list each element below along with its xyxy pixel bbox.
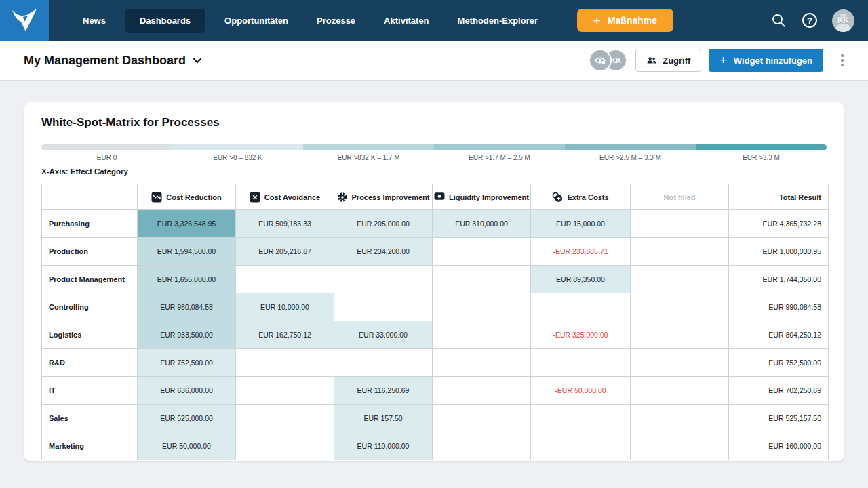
more-options-icon[interactable] bbox=[837, 50, 848, 70]
viewer-avatar[interactable] bbox=[590, 50, 610, 70]
x-square-icon bbox=[250, 192, 260, 203]
matrix-cell[interactable]: -EUR 50,000.00 bbox=[531, 377, 631, 405]
matrix-cell[interactable]: EUR 116,250.69 bbox=[334, 377, 433, 405]
matrix-cell bbox=[433, 321, 531, 349]
legend-segment bbox=[172, 144, 303, 150]
matrix-cell[interactable]: EUR 205,216.67 bbox=[236, 238, 334, 266]
matrix-cell[interactable]: EUR 1,800,030.95 bbox=[729, 238, 829, 266]
matrix-cell bbox=[433, 405, 531, 432]
matrix-cell[interactable]: EUR 509,183.33 bbox=[236, 210, 334, 238]
matrix-cell[interactable]: -EUR 233,885.71 bbox=[531, 238, 631, 266]
matrix-cell[interactable]: EUR 752,500.00 bbox=[729, 349, 829, 377]
row-label: IT bbox=[42, 377, 138, 405]
legend-segment bbox=[565, 144, 696, 150]
legend-labels: EUR 0EUR >0 – 832 KEUR >832 K – 1.7 MEUR… bbox=[41, 154, 827, 161]
row-label: Sales bbox=[42, 405, 138, 432]
top-nav-bar: NewsDashboardsOpportunitätenProzesseAkti… bbox=[0, 0, 868, 41]
nav-item-news[interactable]: News bbox=[73, 9, 115, 32]
matrix-cell[interactable]: EUR 525,157.50 bbox=[729, 405, 829, 432]
search-icon[interactable] bbox=[770, 12, 787, 29]
matrix-cell[interactable]: EUR 234,200.00 bbox=[334, 238, 433, 266]
app-logo[interactable] bbox=[0, 0, 49, 41]
matrix-cell[interactable]: EUR 702,250.69 bbox=[729, 377, 829, 405]
matrix-cell[interactable]: EUR 50,000.00 bbox=[138, 432, 236, 460]
matrix-cell[interactable]: EUR 1,594,500.00 bbox=[138, 238, 236, 266]
nav-item-methoden-explorer[interactable]: Methoden-Explorer bbox=[448, 9, 547, 32]
matrix-cell[interactable]: EUR 525,000.00 bbox=[138, 405, 236, 432]
matrix-row-product-management: Product ManagementEUR 1,655,000.00EUR 89… bbox=[42, 266, 829, 293]
main-nav: NewsDashboardsOpportunitätenProzesseAkti… bbox=[73, 9, 547, 33]
row-label: R&D bbox=[42, 349, 138, 377]
column-header-label: Not filled bbox=[663, 193, 695, 201]
matrix-cell[interactable]: EUR 10,000.00 bbox=[236, 293, 334, 321]
legend-label: EUR >832 K – 1.7 M bbox=[303, 154, 434, 161]
access-button[interactable]: Zugriff bbox=[635, 49, 701, 72]
matrix-cell[interactable]: EUR 110,000.00 bbox=[334, 432, 433, 460]
column-header-empty bbox=[42, 184, 138, 210]
matrix-cell[interactable]: EUR 310,000.00 bbox=[433, 210, 531, 238]
banknote-icon bbox=[434, 192, 445, 203]
matrix-cell[interactable]: EUR 15,000.00 bbox=[531, 210, 631, 238]
matrix-cell[interactable]: EUR 205,000.00 bbox=[334, 210, 433, 238]
dashboard-title-dropdown[interactable]: My Management Dashboard bbox=[24, 54, 202, 68]
column-header-liquidity-improvement: Liquidity Improvement bbox=[433, 184, 531, 210]
legend-label: EUR >2.5 M – 3.3 M bbox=[565, 154, 696, 161]
matrix-row-controlling: ControllingEUR 980,084.58EUR 10,000.00EU… bbox=[42, 293, 829, 321]
column-header-total-result: Total Result bbox=[729, 184, 829, 210]
matrix-cell[interactable]: EUR 980,084.58 bbox=[138, 293, 236, 321]
matrix-cell[interactable]: EUR 162,750.12 bbox=[236, 321, 334, 349]
nav-item-aktivit-ten[interactable]: Aktivitäten bbox=[374, 9, 438, 32]
matrix-row-sales: SalesEUR 525,000.00EUR 157.50EUR 525,157… bbox=[42, 405, 829, 432]
column-header-label: Process Improvement bbox=[352, 193, 430, 201]
matrix-cell[interactable]: EUR 4,365,732.28 bbox=[729, 210, 829, 238]
nav-item-prozesse[interactable]: Prozesse bbox=[307, 9, 365, 32]
legend-label: EUR >3.3 M bbox=[696, 154, 827, 161]
matrix-cell bbox=[433, 377, 531, 405]
matrix-cell[interactable]: EUR 160,000.00 bbox=[729, 432, 829, 460]
help-icon[interactable]: ? bbox=[801, 12, 818, 29]
nav-item-dashboards[interactable]: Dashboards bbox=[125, 9, 205, 33]
row-label: Controlling bbox=[42, 293, 138, 321]
add-widget-button[interactable]: + Widget hinzufügen bbox=[709, 49, 823, 72]
matrix-cell bbox=[236, 349, 334, 377]
column-header-label: Cost Reduction bbox=[166, 193, 221, 201]
matrix-cell[interactable]: EUR 1,655,000.00 bbox=[138, 266, 236, 293]
matrix-cell[interactable]: EUR 804,250.12 bbox=[729, 321, 829, 349]
matrix-cell bbox=[236, 377, 334, 405]
shared-avatars[interactable]: KK bbox=[590, 50, 626, 70]
row-label: Marketing bbox=[42, 432, 138, 460]
matrix-cell[interactable]: EUR 3,326,548.95 bbox=[138, 210, 236, 238]
page-title: My Management Dashboard bbox=[24, 54, 186, 68]
matrix-cell[interactable]: EUR 933,500.00 bbox=[138, 321, 236, 349]
matrix-cell bbox=[531, 349, 631, 377]
plus-icon: + bbox=[719, 54, 727, 66]
column-header-extra-costs: Extra Costs bbox=[531, 184, 631, 210]
matrix-cell bbox=[631, 210, 729, 238]
matrix-row-logistics: LogisticsEUR 933,500.00EUR 162,750.12EUR… bbox=[42, 321, 829, 349]
matrix-cell[interactable]: EUR 33,000.00 bbox=[334, 321, 433, 349]
matrix-cell bbox=[631, 405, 729, 432]
column-header-cost-avoidance: Cost Avoidance bbox=[236, 184, 334, 210]
matrix-row-r-d: R&DEUR 752,500.00EUR 752,500.00 bbox=[42, 349, 829, 377]
avatar-initials: KK bbox=[837, 16, 849, 25]
toolbar-actions: KK Zugriff + Widget hinzufügen bbox=[590, 49, 848, 72]
top-icons: ? KK bbox=[770, 9, 868, 32]
matrix-cell[interactable]: EUR 89,350.00 bbox=[531, 266, 631, 293]
matrix-cell bbox=[334, 266, 433, 293]
matrix-cell[interactable]: -EUR 325,000.00 bbox=[531, 321, 631, 349]
valsight-logo-icon bbox=[11, 8, 38, 33]
column-header-process-improvement: Process Improvement bbox=[334, 184, 433, 210]
user-avatar[interactable]: KK bbox=[832, 9, 854, 32]
matrix-cell[interactable]: EUR 752,500.00 bbox=[138, 349, 236, 377]
matrix-cell[interactable]: EUR 1,744,350.00 bbox=[729, 266, 829, 293]
column-header-label: Extra Costs bbox=[567, 193, 608, 201]
add-massnahme-button[interactable]: + Maßnahme bbox=[577, 9, 673, 32]
matrix-cell[interactable]: EUR 157.50 bbox=[334, 405, 433, 432]
x-axis-label: X-Axis: Effect Category bbox=[41, 167, 827, 178]
matrix-cell bbox=[433, 349, 531, 377]
legend-label: EUR >1.7 M – 2.5 M bbox=[434, 154, 565, 161]
matrix-cell[interactable]: EUR 990,084.58 bbox=[729, 293, 829, 321]
nav-item-opportunit-ten[interactable]: Opportunitäten bbox=[215, 9, 298, 32]
matrix-cell bbox=[236, 405, 334, 432]
matrix-cell[interactable]: EUR 636,000.00 bbox=[138, 377, 236, 405]
